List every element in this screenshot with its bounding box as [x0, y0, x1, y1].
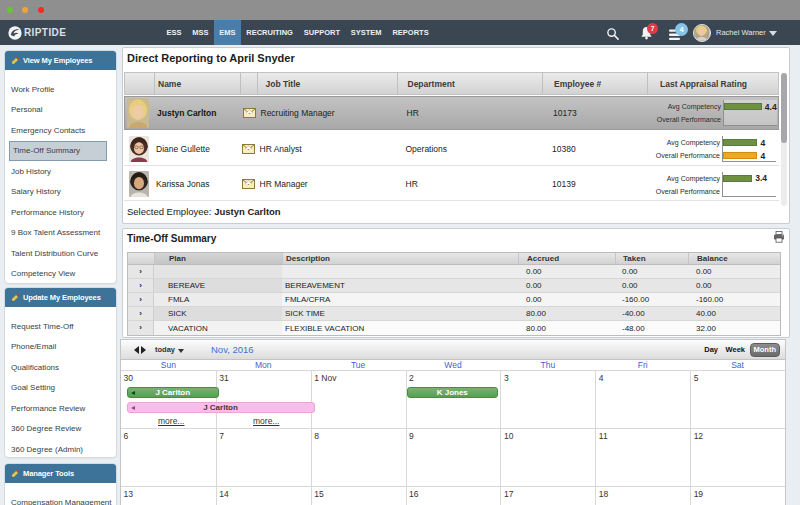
calendar-day-cell[interactable]: 13	[121, 487, 216, 505]
calendar-prev-icon[interactable]	[134, 346, 139, 354]
column-header-department[interactable]: Department	[397, 73, 543, 94]
calendar-day-cell[interactable]: 16	[406, 487, 501, 505]
expand-row-icon[interactable]: ›	[128, 279, 154, 292]
calendar-day-cell[interactable]: 4	[595, 371, 690, 428]
sidebar-item-360-admin[interactable]: 360 Degree (Admin)	[5, 439, 116, 460]
calendar-day-cell[interactable]: 5	[690, 371, 785, 428]
calendar-day-cell[interactable]: 11	[595, 429, 690, 486]
calendar-day-cell[interactable]: 14	[216, 487, 311, 505]
sidebar-header-view-my-employees[interactable]: View My Employees	[5, 51, 116, 70]
menu-item-ems[interactable]: EMS	[214, 20, 241, 45]
calendar-view-month-button[interactable]: Month	[750, 343, 781, 357]
sidebar-item-job-history[interactable]: Job History	[5, 161, 116, 182]
user-avatar[interactable]	[693, 24, 711, 42]
window-button-green[interactable]	[7, 7, 13, 13]
column-header-rating[interactable]: Last Appraisal Rating	[647, 73, 780, 94]
column-header-envelope[interactable]	[240, 73, 257, 94]
sidebar-item-performance-history[interactable]: Performance History	[5, 202, 116, 223]
day-header-mon: Mon	[216, 360, 311, 371]
calendar-day-cell[interactable]: 1 Nov	[311, 371, 406, 428]
calendar-day-cell[interactable]: 7	[216, 429, 311, 486]
expand-row-icon[interactable]: ›	[128, 307, 154, 320]
email-envelope-icon[interactable]	[242, 144, 255, 154]
time-off-row[interactable]: › VACATION FLEXIBLE VACATION 80.00 -48.0…	[128, 321, 780, 335]
sidebar-item-emergency-contacts[interactable]: Emergency Contacts	[5, 120, 116, 141]
sidebar-item-9-box[interactable]: 9 Box Talent Assessment	[5, 223, 116, 244]
calendar-day-cell[interactable]: 2	[406, 371, 501, 428]
calendar-day-cell[interactable]: 15	[311, 487, 406, 505]
menu-item-mss[interactable]: MSS	[187, 20, 214, 45]
calendar-day-cell[interactable]: 17	[500, 487, 595, 505]
sidebar-item-performance-review[interactable]: Performance Review	[5, 398, 116, 419]
menu-item-support[interactable]: SUPPORT	[298, 20, 345, 45]
user-menu-caret-icon[interactable]	[769, 31, 777, 36]
calendar-event-k-jones[interactable]: K Jones	[407, 387, 498, 398]
calendar-day-cell[interactable]: 12	[690, 429, 785, 486]
calendar-view-day-button[interactable]: Day	[704, 340, 718, 360]
employee-row-diane-gullette[interactable]: Diane Gullette HR Analyst Operations 103…	[124, 133, 779, 166]
calendar-view-week-button[interactable]: Week	[726, 340, 745, 360]
sidebar-item-work-profile[interactable]: Work Profile	[5, 79, 116, 100]
column-header-photo[interactable]	[125, 73, 154, 94]
table-scrollbar-thumb[interactable]	[781, 73, 787, 143]
print-icon[interactable]	[773, 231, 785, 243]
time-off-row[interactable]: › BEREAVE BEREAVEMENT 0.00 0.00 0.00	[128, 279, 780, 293]
more-events-link[interactable]: more...	[253, 416, 279, 426]
expand-row-icon[interactable]: ›	[128, 293, 154, 306]
window-button-red[interactable]	[38, 7, 44, 13]
calendar-day-cell[interactable]: 10	[500, 429, 595, 486]
menu-item-system[interactable]: SYSTEM	[345, 20, 387, 45]
menu-item-recruiting[interactable]: RECRUITING	[241, 20, 298, 45]
sidebar-header-update-my-employees[interactable]: Update My Employees	[5, 288, 116, 307]
search-icon[interactable]	[606, 26, 619, 44]
window-button-orange[interactable]	[22, 7, 28, 13]
selected-employee-name: Justyn Carlton	[214, 206, 281, 217]
sidebar-item-phone-email[interactable]: Phone/Email	[5, 337, 116, 358]
employee-row-karissa-jonas[interactable]: Karissa Jonas HR Manager HR 10139 Avg Co…	[124, 169, 779, 202]
more-events-link[interactable]: more...	[158, 416, 184, 426]
sidebar-item-360-review[interactable]: 360 Degree Review	[5, 419, 116, 440]
column-header-employee-no[interactable]: Employee #	[542, 73, 647, 94]
menu-item-reports[interactable]: REPORTS	[387, 20, 434, 45]
user-name[interactable]: Rachel Warner	[716, 20, 766, 45]
sidebar-item-talent-distribution[interactable]: Talent Distribution Curve	[5, 243, 116, 264]
column-header-balance[interactable]: Balance	[688, 253, 782, 264]
sidebar-item-personal[interactable]: Personal	[5, 100, 116, 121]
table-scrollbar-track[interactable]	[781, 73, 787, 206]
sidebar-header-manager-tools[interactable]: Manager Tools	[5, 464, 116, 483]
sidebar-item-goal-setting[interactable]: Goal Setting	[5, 378, 116, 399]
brand-logo[interactable]: RIPTIDE	[8, 20, 66, 45]
column-header-name[interactable]: Name	[154, 73, 240, 94]
column-header-taken[interactable]: Taken	[615, 253, 688, 264]
sidebar-item-competency-view[interactable]: Competency View	[5, 264, 116, 285]
column-header-description[interactable]: Description	[282, 253, 518, 264]
sidebar-item-qualifications[interactable]: Qualifications	[5, 357, 116, 378]
calendar-event-j-carlton-green[interactable]: J Carlton	[127, 387, 220, 398]
email-envelope-icon[interactable]	[243, 108, 256, 118]
sidebar-item-salary-history[interactable]: Salary History	[5, 182, 116, 203]
calendar-today-caret-icon[interactable]	[178, 349, 184, 353]
column-header-plan[interactable]: Plan	[154, 253, 282, 264]
calendar-event-j-carlton-pink[interactable]: J Carlton	[127, 402, 315, 413]
expand-row-icon[interactable]: ›	[128, 265, 154, 278]
sidebar-item-compensation-management[interactable]: Compensation Management	[5, 492, 116, 505]
calendar-next-icon[interactable]	[141, 346, 146, 354]
calendar-day-cell[interactable]: 18	[595, 487, 690, 505]
sidebar-item-request-time-off[interactable]: Request Time-Off	[5, 316, 116, 337]
time-off-row[interactable]: › FMLA FMLA/CFRA 0.00 -160.00 -160.00	[128, 293, 780, 307]
calendar-day-cell[interactable]: 19	[690, 487, 785, 505]
sidebar-item-time-off-summary[interactable]: Time-Off Summary	[9, 141, 107, 162]
column-header-accrued[interactable]: Accrued	[518, 253, 615, 264]
calendar-day-cell[interactable]: 3	[500, 371, 595, 428]
time-off-row[interactable]: › 0.00 0.00 0.00	[128, 265, 780, 279]
menu-item-ess[interactable]: ESS	[161, 20, 187, 45]
calendar-day-cell[interactable]: 6	[121, 429, 216, 486]
employee-row-justyn-carlton[interactable]: Justyn Carlton Recruiting Manager HR 101…	[124, 96, 779, 130]
calendar-day-cell[interactable]: 9	[406, 429, 501, 486]
email-envelope-icon[interactable]	[242, 179, 255, 189]
column-header-job-title[interactable]: Job Title	[257, 73, 397, 94]
expand-row-icon[interactable]: ›	[128, 321, 154, 335]
calendar-day-cell[interactable]: 8	[311, 429, 406, 486]
calendar-today-button[interactable]: today	[155, 340, 175, 360]
time-off-row[interactable]: › SICK SICK TIME 80.00 -40.00 40.00	[128, 307, 780, 321]
